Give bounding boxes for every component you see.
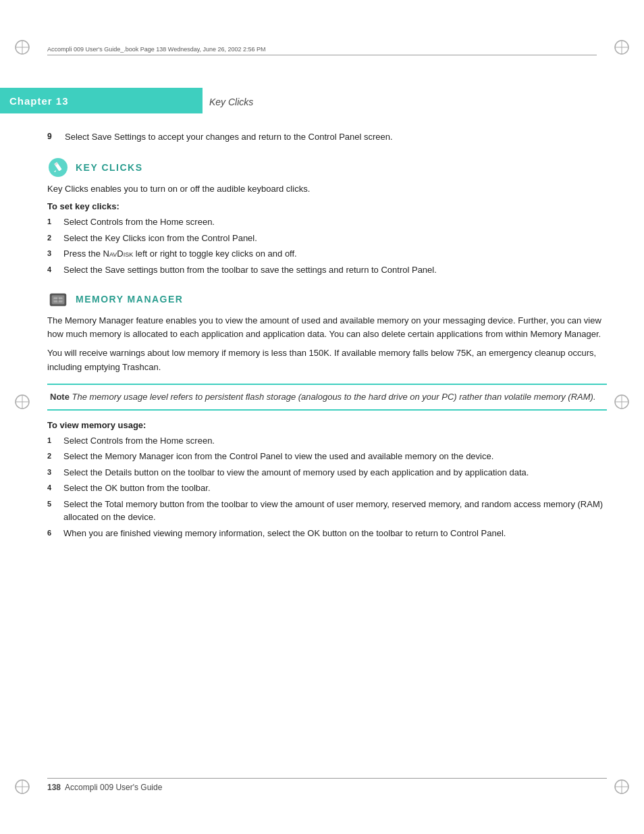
main-content: 9 Select Save Settings to accept your ch… <box>47 132 607 552</box>
step-num: 5 <box>47 498 57 524</box>
chapter-label: Chapter 13 <box>9 95 69 107</box>
list-item: 4 Select the OK button from the toolbar. <box>47 481 607 495</box>
step-9: 9 Select Save Settings to accept your ch… <box>47 132 607 142</box>
navdisk-label: NavDisk <box>103 249 134 259</box>
note-box: Note The memory usage level refers to pe… <box>47 384 607 411</box>
step-num: 2 <box>47 450 57 463</box>
list-item: 6 When you are finished viewing memory i… <box>47 527 607 540</box>
list-item: 1 Select Controls from the Home screen. <box>47 434 607 448</box>
memory-steps: 1 Select Controls from the Home screen. … <box>47 434 607 540</box>
list-item: 1 Select Controls from the Home screen. <box>47 215 607 229</box>
footer-page: 138 <box>47 783 61 792</box>
keyclicks-icon-row: KEY CLICKS <box>47 157 607 178</box>
keyclicks-title: KEY CLICKS <box>76 162 143 173</box>
footer-book: Accompli 009 User's Guide <box>65 783 162 792</box>
header-meta: Accompli 009 User's Guide_.book Page 138… <box>47 46 597 55</box>
step-num: 4 <box>47 482 57 495</box>
list-item: 5 Select the Total memory button from th… <box>47 498 607 524</box>
step-text: Select the OK button from the toolbar. <box>63 481 211 495</box>
note-text: The memory usage level refers to persist… <box>72 392 596 402</box>
step-text: Select the Key Clicks icon from the Cont… <box>63 232 257 245</box>
keyclicks-steps: 1 Select Controls from the Home screen. … <box>47 215 607 276</box>
memory-subheading: To view memory usage: <box>47 420 607 430</box>
list-item: 3 Press the NavDisk left or right to tog… <box>47 247 607 261</box>
chapter-header: Chapter 13 <box>0 88 203 113</box>
memory-section: MEMORY MANAGER The Memory Manager featur… <box>47 288 607 540</box>
step-text: Select the Save settings button from the… <box>63 263 437 277</box>
step-text: When you are finished viewing memory inf… <box>63 527 506 540</box>
list-item: 2 Select the Key Clicks icon from the Co… <box>47 232 607 245</box>
footer: 138 Accompli 009 User's Guide <box>47 778 607 792</box>
keyclicks-intro: Key Clicks enables you to turn on or off… <box>47 182 607 196</box>
step-text: Select Controls from the Home screen. <box>63 434 215 448</box>
list-item: 3 Select the Details button on the toolb… <box>47 466 607 479</box>
step-text: Select the Details button on the toolbar… <box>63 466 529 479</box>
keyclicks-subheading: To set key clicks: <box>47 201 607 211</box>
memory-icon-row: MEMORY MANAGER <box>47 288 607 310</box>
memory-icon <box>47 288 69 310</box>
step-num: 6 <box>47 527 57 540</box>
corner-mark-mid-r <box>612 392 632 412</box>
step-9-num: 9 <box>47 132 57 142</box>
step-9-text: Select Save Settings to accept your chan… <box>65 132 393 142</box>
memory-title: MEMORY MANAGER <box>76 294 183 305</box>
memory-para1: The Memory Manager feature enables you t… <box>47 314 607 341</box>
step-num: 3 <box>47 467 57 479</box>
chapter-subtitle: Key Clicks <box>209 97 253 107</box>
corner-mark-bl <box>12 777 32 797</box>
keyclicks-section: KEY CLICKS Key Clicks enables you to tur… <box>47 157 607 276</box>
keyclicks-icon <box>47 157 69 178</box>
note-label: Note <box>50 392 70 402</box>
step-num: 1 <box>47 216 57 229</box>
list-item: 2 Select the Memory Manager icon from th… <box>47 450 607 463</box>
list-item: 4 Select the Save settings button from t… <box>47 263 607 277</box>
note-text-italic: The memory usage level refers to persist… <box>72 392 596 402</box>
step-num: 2 <box>47 232 57 245</box>
step-text: Select the Memory Manager icon from the … <box>63 450 493 463</box>
memory-para2: You will receive warnings about low memo… <box>47 346 607 373</box>
step-num: 4 <box>47 264 57 277</box>
step-num: 3 <box>47 248 57 261</box>
book-info: Accompli 009 User's Guide_.book Page 138… <box>47 46 266 53</box>
corner-mark-tr <box>612 37 632 57</box>
corner-mark-br <box>612 777 632 797</box>
corner-mark-mid-l <box>12 392 32 412</box>
step-text: Select the Total memory button from the … <box>63 498 607 524</box>
corner-mark-tl <box>12 37 32 57</box>
step-num: 1 <box>47 435 57 448</box>
step-text: Press the NavDisk left or right to toggl… <box>63 247 297 261</box>
step-text: Select Controls from the Home screen. <box>63 215 215 229</box>
